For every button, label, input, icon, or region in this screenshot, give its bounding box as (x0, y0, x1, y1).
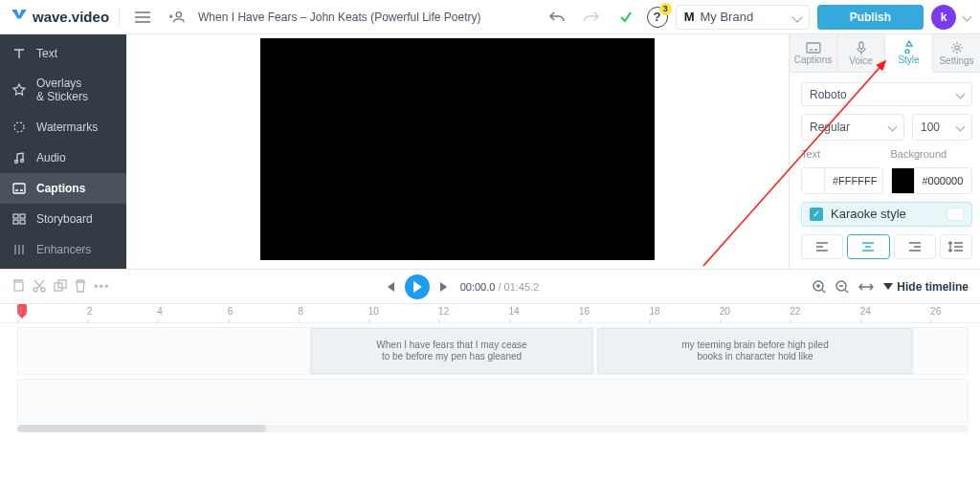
sidebar-item-watermarks[interactable]: Watermarks (0, 112, 126, 142)
clip-tools: ••• (11, 279, 110, 294)
tab-voice[interactable]: Voice (837, 34, 885, 72)
tab-settings[interactable]: Settings (933, 34, 980, 72)
sidebar-item-storyboard[interactable]: Storyboard (0, 204, 126, 234)
style-panel: Captions Voice Style Settings Roboto Reg… (789, 34, 980, 269)
timeline-toolbar: ••• 00:00.0 / 01:45.2 Hide timeline (0, 270, 980, 304)
panel-tabs: Captions Voice Style Settings (790, 34, 980, 73)
project-title: When I Have Fears – John Keats (Powerful… (198, 11, 480, 24)
karaoke-color-swatch[interactable] (947, 208, 964, 221)
caption-clip[interactable]: my teeming brain before high piled books… (597, 328, 913, 374)
timeline-tracks: When I have fears that I may cease to be… (0, 323, 980, 438)
sidebar-item-label: Watermarks (36, 120, 98, 134)
ruler-tick: 4 (157, 306, 158, 317)
zoom-in-icon[interactable] (813, 280, 826, 294)
font-family-select[interactable]: Roboto (801, 82, 972, 105)
logo-text: wave.video (33, 9, 109, 25)
help-button[interactable]: ? 3 (647, 7, 668, 28)
copy-icon[interactable] (11, 279, 25, 294)
chevron-down-icon (791, 11, 802, 22)
svg-point-2 (15, 160, 18, 163)
tab-style[interactable]: Style (885, 34, 933, 73)
watermark-icon (11, 120, 27, 135)
ruler-tick: 0 (17, 306, 18, 317)
ruler-tick: 6 (228, 306, 229, 317)
sidebar-item-label: Enhancers (36, 243, 91, 256)
user-avatar[interactable]: k (931, 5, 956, 30)
align-left-button[interactable] (801, 234, 843, 259)
horizontal-scrollbar[interactable] (17, 425, 969, 432)
sidebar-item-captions[interactable]: Captions (0, 173, 126, 204)
hamburger-menu-icon[interactable] (129, 4, 156, 31)
chevron-down-icon (956, 122, 966, 132)
sidebar: Text Overlays & Stickers Watermarks Audi… (0, 34, 126, 269)
chevron-down-icon[interactable] (963, 12, 972, 22)
help-badge: 3 (659, 3, 672, 15)
align-right-button[interactable] (894, 234, 936, 259)
sidebar-item-enhancers[interactable]: Enhancers (0, 234, 126, 257)
redo-button[interactable] (578, 4, 605, 31)
bg-color-label: Background (891, 148, 973, 160)
ruler-tick: 16 (579, 306, 580, 317)
svg-rect-6 (20, 214, 25, 218)
caption-track[interactable]: When I have fears that I may cease to be… (17, 327, 969, 375)
bg-color-input[interactable]: #000000 (891, 167, 973, 194)
text-color-input[interactable]: #FFFFFF (801, 167, 883, 194)
logo[interactable]: wave.video (10, 8, 109, 27)
cut-icon[interactable] (33, 279, 46, 294)
delete-icon[interactable] (75, 279, 86, 294)
wave-logo-icon (10, 8, 29, 27)
align-center-button[interactable] (847, 234, 889, 259)
color-swatch-white (802, 168, 825, 193)
duplicate-icon[interactable] (54, 279, 67, 294)
alignment-row (801, 234, 972, 259)
sidebar-item-label: Storyboard (36, 212, 93, 226)
undo-button[interactable] (544, 4, 570, 31)
caption-clip[interactable]: When I have fears that I may cease to be… (310, 328, 593, 374)
prev-frame-button[interactable] (384, 281, 395, 293)
svg-rect-5 (13, 214, 18, 218)
font-size-select[interactable]: 100 (912, 114, 972, 141)
hide-timeline-button[interactable]: Hide timeline (883, 280, 969, 294)
check-icon: ✓ (810, 208, 823, 221)
ruler-tick: 24 (860, 306, 861, 317)
play-button[interactable] (405, 274, 430, 299)
zoom-out-icon[interactable] (835, 280, 849, 294)
timeline-ruler[interactable]: 02468101214161820222426 (0, 304, 980, 323)
sidebar-item-overlays[interactable]: Overlays & Stickers (0, 69, 126, 112)
sliders-icon (11, 242, 27, 257)
sidebar-item-audio[interactable]: Audio (0, 142, 126, 173)
video-track[interactable] (17, 379, 969, 423)
main-row: Text Overlays & Stickers Watermarks Audi… (0, 34, 980, 270)
storyboard-icon (11, 211, 27, 227)
scrollbar-thumb[interactable] (17, 425, 266, 432)
sidebar-item-label: Overlays & Stickers (36, 77, 88, 104)
svg-point-14 (41, 288, 45, 292)
color-swatch-black (892, 168, 915, 193)
ruler-tick: 8 (298, 306, 299, 317)
style-panel-body: Roboto Regular 100 Text Background #FFFF… (790, 73, 980, 269)
brand-select[interactable]: M My Brand (676, 5, 810, 30)
publish-button[interactable]: Publish (817, 5, 924, 30)
fit-width-icon[interactable] (858, 282, 874, 292)
font-weight-select[interactable]: Regular (801, 114, 904, 141)
playback-controls: 00:00.0 / 01:45.2 (384, 274, 540, 299)
svg-point-0 (176, 11, 181, 16)
canvas-area (126, 34, 789, 269)
video-preview[interactable] (260, 38, 655, 260)
svg-point-3 (21, 159, 24, 162)
chevron-down-icon (888, 122, 898, 132)
more-icon[interactable]: ••• (94, 279, 110, 294)
svg-point-13 (33, 288, 37, 292)
line-spacing-button[interactable] (940, 234, 972, 259)
svg-rect-12 (14, 282, 23, 291)
svg-rect-9 (807, 43, 820, 53)
sidebar-item-text[interactable]: Text (0, 38, 126, 69)
captions-icon (11, 181, 27, 196)
brand-label: My Brand (701, 10, 754, 24)
add-user-icon[interactable] (164, 4, 190, 31)
tab-captions[interactable]: Captions (790, 34, 837, 72)
svg-point-1 (14, 122, 24, 132)
svg-point-11 (955, 46, 959, 50)
next-frame-button[interactable] (439, 281, 451, 293)
karaoke-style-toggle[interactable]: ✓ Karaoke style (801, 202, 972, 227)
